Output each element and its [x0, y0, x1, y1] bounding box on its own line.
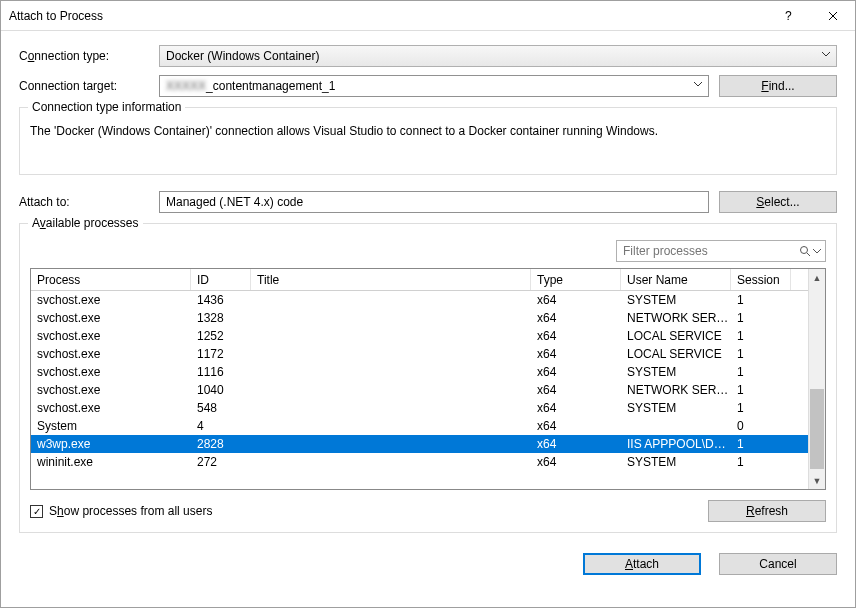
cell-type: x64: [531, 311, 621, 325]
chevron-down-icon[interactable]: [813, 248, 821, 254]
refresh-button[interactable]: Refresh: [708, 500, 826, 522]
chevron-down-icon: [694, 82, 702, 88]
connection-type-label: Connection type:: [19, 49, 159, 63]
cell-type: x64: [531, 455, 621, 469]
cell-process: svchost.exe: [31, 383, 191, 397]
attach-to-value: Managed (.NET 4.x) code: [166, 195, 303, 209]
cell-process: svchost.exe: [31, 401, 191, 415]
cancel-button[interactable]: Cancel: [719, 553, 837, 575]
cell-id: 1328: [191, 311, 251, 325]
cell-id: 1116: [191, 365, 251, 379]
svg-point-1: [801, 247, 808, 254]
svg-text:?: ?: [785, 10, 792, 22]
cell-session: 1: [731, 329, 791, 343]
cell-process: svchost.exe: [31, 347, 191, 361]
cell-process: System: [31, 419, 191, 433]
cell-type: x64: [531, 419, 621, 433]
cell-type: x64: [531, 329, 621, 343]
cell-session: 1: [731, 365, 791, 379]
table-row[interactable]: svchost.exe1436x64SYSTEM1: [31, 291, 808, 309]
cell-session: 1: [731, 293, 791, 307]
connection-target-value: _contentmanagement_1: [206, 79, 335, 93]
cell-user: LOCAL SERVICE: [621, 329, 731, 343]
cell-process: svchost.exe: [31, 329, 191, 343]
table-row[interactable]: svchost.exe1252x64LOCAL SERVICE1: [31, 327, 808, 345]
cell-session: 1: [731, 455, 791, 469]
attach-button[interactable]: Attach: [583, 553, 701, 575]
col-type[interactable]: Type: [531, 269, 621, 290]
col-session[interactable]: Session: [731, 269, 791, 290]
cell-id: 4: [191, 419, 251, 433]
table-row[interactable]: svchost.exe1172x64LOCAL SERVICE1: [31, 345, 808, 363]
available-processes-legend: Available processes: [28, 216, 143, 230]
table-row[interactable]: System4x640: [31, 417, 808, 435]
cell-user: SYSTEM: [621, 401, 731, 415]
cell-id: 2828: [191, 437, 251, 451]
cell-session: 0: [731, 419, 791, 433]
table-row[interactable]: svchost.exe1328x64NETWORK SERVICE1: [31, 309, 808, 327]
select-button[interactable]: Select...: [719, 191, 837, 213]
cell-type: x64: [531, 293, 621, 307]
cell-id: 1040: [191, 383, 251, 397]
cell-id: 548: [191, 401, 251, 415]
cell-id: 1252: [191, 329, 251, 343]
cell-user: SYSTEM: [621, 365, 731, 379]
cell-session: 1: [731, 347, 791, 361]
cell-type: x64: [531, 401, 621, 415]
cell-process: svchost.exe: [31, 293, 191, 307]
cell-session: 1: [731, 437, 791, 451]
cell-process: wininit.exe: [31, 455, 191, 469]
show-all-users-label: Show processes from all users: [49, 504, 212, 518]
chevron-down-icon: [822, 52, 830, 58]
cell-session: 1: [731, 311, 791, 325]
table-row[interactable]: wininit.exe272x64SYSTEM1: [31, 453, 808, 471]
table-header: Process ID Title Type User Name Session: [31, 269, 808, 291]
connection-target-label: Connection target:: [19, 79, 159, 93]
cell-type: x64: [531, 437, 621, 451]
connection-type-info-group: Connection type information The 'Docker …: [19, 107, 837, 175]
cell-process: svchost.exe: [31, 311, 191, 325]
show-all-users-checkbox[interactable]: ✓: [30, 505, 43, 518]
col-title[interactable]: Title: [251, 269, 531, 290]
dialog-title: Attach to Process: [9, 9, 765, 23]
cell-user: NETWORK SERVICE: [621, 383, 731, 397]
scroll-down-icon[interactable]: ▼: [809, 472, 825, 489]
col-id[interactable]: ID: [191, 269, 251, 290]
connection-target-value-prefix: XXXXX: [166, 79, 206, 93]
cell-user: SYSTEM: [621, 455, 731, 469]
find-button[interactable]: Find...: [719, 75, 837, 97]
connection-type-dropdown[interactable]: Docker (Windows Container): [159, 45, 837, 67]
close-button[interactable]: [810, 1, 855, 30]
col-process[interactable]: Process: [31, 269, 191, 290]
cell-user: SYSTEM: [621, 293, 731, 307]
cell-type: x64: [531, 365, 621, 379]
filter-processes-input[interactable]: Filter processes: [616, 240, 826, 262]
table-row[interactable]: svchost.exe1040x64NETWORK SERVICE1: [31, 381, 808, 399]
connection-target-combo[interactable]: XXXXX_contentmanagement_1: [159, 75, 709, 97]
filter-placeholder: Filter processes: [623, 244, 708, 258]
cell-user: NETWORK SERVICE: [621, 311, 731, 325]
available-processes-group: Available processes Filter processes Pro…: [19, 223, 837, 533]
cell-id: 272: [191, 455, 251, 469]
table-row[interactable]: svchost.exe548x64SYSTEM1: [31, 399, 808, 417]
cell-user: IIS APPPOOL\Default...: [621, 437, 731, 451]
attach-to-label: Attach to:: [19, 195, 159, 209]
connection-type-info-legend: Connection type information: [28, 100, 185, 114]
attach-to-field: Managed (.NET 4.x) code: [159, 191, 709, 213]
cell-session: 1: [731, 383, 791, 397]
col-user[interactable]: User Name: [621, 269, 731, 290]
cell-id: 1172: [191, 347, 251, 361]
help-button[interactable]: ?: [765, 1, 810, 30]
search-icon: [799, 245, 811, 257]
cell-type: x64: [531, 383, 621, 397]
cell-id: 1436: [191, 293, 251, 307]
table-row[interactable]: svchost.exe1116x64SYSTEM1: [31, 363, 808, 381]
titlebar: Attach to Process ?: [1, 1, 855, 31]
scroll-thumb[interactable]: [810, 389, 824, 469]
cell-process: w3wp.exe: [31, 437, 191, 451]
scrollbar[interactable]: ▲ ▼: [808, 269, 825, 489]
cell-user: LOCAL SERVICE: [621, 347, 731, 361]
table-row[interactable]: w3wp.exe2828x64IIS APPPOOL\Default...1: [31, 435, 808, 453]
connection-type-info-text: The 'Docker (Windows Container)' connect…: [30, 124, 826, 138]
scroll-up-icon[interactable]: ▲: [809, 269, 825, 286]
